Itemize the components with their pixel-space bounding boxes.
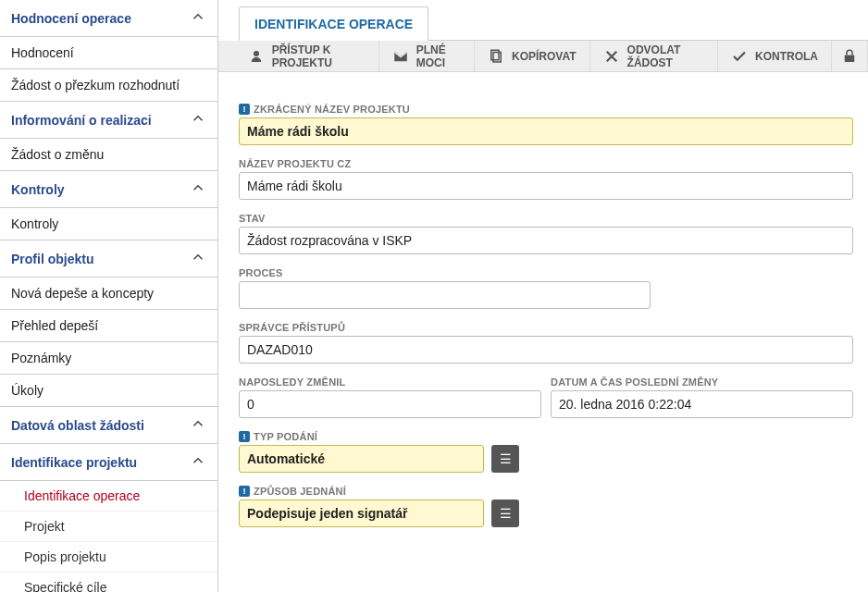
sidebar-sub-popis-projektu[interactable]: Popis projektu xyxy=(0,542,217,573)
field-acting-mode: ! ZPŮSOB JEDNÁNÍ ☰ xyxy=(239,486,853,527)
field-label: STAV xyxy=(239,213,853,224)
sidebar-group-title: Profil objektu xyxy=(11,252,93,266)
cancel-icon xyxy=(603,48,620,65)
sidebar-group-datova-oblast[interactable]: Datová oblast žádosti xyxy=(0,407,217,444)
tab-strip: IDENTIFIKACE OPERACE xyxy=(239,0,868,41)
acting-mode-input[interactable] xyxy=(239,500,484,527)
sidebar-item-poznamky[interactable]: Poznámky xyxy=(0,342,217,375)
label-text: PROCES xyxy=(239,267,283,278)
label-text: TYP PODÁNÍ xyxy=(254,431,317,442)
label-text: NÁZEV PROJEKTU CZ xyxy=(239,158,351,169)
required-icon: ! xyxy=(239,486,250,497)
toolbar-access-button[interactable]: PŘÍSTUP K PROJEKTU xyxy=(235,41,379,71)
field-label: ! ZPŮSOB JEDNÁNÍ xyxy=(239,486,853,497)
users-icon xyxy=(248,48,265,65)
last-changed-at-input[interactable] xyxy=(551,390,853,418)
sidebar-item-zadost-zmenu[interactable]: Žádost o změnu xyxy=(0,139,217,171)
field-label: PROCES xyxy=(239,267,853,278)
field-label: NAPOSLEDY ZMĚNIL xyxy=(239,376,541,388)
sidebar-item-ukoly[interactable]: Úkoly xyxy=(0,375,217,407)
toolbar-label: KOPÍROVAT xyxy=(512,50,577,63)
toolbar-check-button[interactable]: KONTROLA xyxy=(718,41,832,71)
required-icon: ! xyxy=(239,431,250,442)
sidebar-item-hodnoceni[interactable]: Hodnocení xyxy=(0,37,217,69)
sidebar-group-hodnoceni-operace[interactable]: Hodnocení operace xyxy=(0,0,217,37)
field-label: NÁZEV PROJEKTU CZ xyxy=(239,158,853,169)
copy-icon xyxy=(488,48,504,65)
label-text: NAPOSLEDY ZMĚNIL xyxy=(239,376,345,388)
sidebar-group-title: Datová oblast žádosti xyxy=(11,418,144,433)
toolbar-power-button[interactable]: PLNÉ MOCI xyxy=(379,41,475,71)
toolbar-revoke-button[interactable]: ODVOLAT ŽÁDOST xyxy=(590,41,718,71)
submit-type-picker-button[interactable]: ☰ xyxy=(491,445,519,473)
field-last-changed-by: NAPOSLEDY ZMĚNIL xyxy=(239,376,541,418)
field-short-name: ! ZKRÁCENÝ NÁZEV PROJEKTU xyxy=(239,104,853,145)
toolbar-label: PLNÉ MOCI xyxy=(416,43,461,69)
label-text: STAV xyxy=(239,213,266,224)
field-state: STAV xyxy=(239,213,853,254)
field-process: PROCES xyxy=(239,267,853,309)
last-changed-by-input[interactable] xyxy=(239,390,541,418)
sidebar-group-profil-objektu[interactable]: Profil objektu xyxy=(0,240,217,278)
field-name-cz: NÁZEV PROJEKTU CZ xyxy=(239,158,853,200)
state-input[interactable] xyxy=(239,227,853,254)
sidebar: Hodnocení operace Hodnocení Žádost o pře… xyxy=(0,0,218,592)
main-panel: IDENTIFIKACE OPERACE PŘÍSTUP K PROJEKTU … xyxy=(218,0,868,592)
chevron-up-icon xyxy=(190,452,206,472)
chevron-up-icon xyxy=(190,179,206,199)
tab-identifikace-operace[interactable]: IDENTIFIKACE OPERACE xyxy=(239,6,428,41)
label-text: DATUM A ČAS POSLEDNÍ ZMĚNY xyxy=(551,376,718,388)
toolbar-lock-button[interactable] xyxy=(832,41,868,71)
field-label: DATUM A ČAS POSLEDNÍ ZMĚNY xyxy=(551,376,853,388)
sidebar-group-title: Identifikace projektu xyxy=(11,455,137,470)
list-icon: ☰ xyxy=(500,451,512,466)
admin-input[interactable] xyxy=(239,336,853,364)
field-label: SPRÁVCE PŘÍSTUPŮ xyxy=(239,322,853,333)
sidebar-sub-identifikace-operace[interactable]: Identifikace operace xyxy=(0,481,217,512)
required-icon: ! xyxy=(239,104,250,115)
sidebar-sub-specificke-cile[interactable]: Specifické cíle xyxy=(0,573,217,592)
chevron-up-icon xyxy=(190,110,206,130)
field-label: ! ZKRÁCENÝ NÁZEV PROJEKTU xyxy=(239,104,853,115)
toolbar-label: KONTROLA xyxy=(755,50,818,63)
sidebar-group-title: Kontroly xyxy=(11,182,65,197)
field-admin: SPRÁVCE PŘÍSTUPŮ xyxy=(239,322,853,364)
lock-icon xyxy=(841,48,858,65)
name-cz-input[interactable] xyxy=(239,172,853,200)
toolbar-label: ODVOLAT ŽÁDOST xyxy=(627,43,704,69)
mail-icon xyxy=(392,48,409,65)
chevron-up-icon xyxy=(190,415,206,435)
check-icon xyxy=(731,48,748,65)
field-label: ! TYP PODÁNÍ xyxy=(239,431,853,442)
sidebar-item-zadost-prezkum[interactable]: Žádost o přezkum rozhodnutí xyxy=(0,69,217,102)
sidebar-group-informovani[interactable]: Informování o realizaci xyxy=(0,102,217,139)
label-text: SPRÁVCE PŘÍSTUPŮ xyxy=(239,322,345,333)
sidebar-group-kontroly[interactable]: Kontroly xyxy=(0,171,217,208)
list-icon: ☰ xyxy=(500,506,512,521)
process-input[interactable] xyxy=(239,281,651,309)
acting-mode-picker-button[interactable]: ☰ xyxy=(491,500,519,527)
submit-type-input[interactable] xyxy=(239,445,484,473)
toolbar: PŘÍSTUP K PROJEKTU PLNÉ MOCI KOPÍROVAT O… xyxy=(218,41,868,72)
sidebar-item-nova-depese[interactable]: Nová depeše a koncepty xyxy=(0,278,217,310)
sidebar-group-title: Hodnocení operace xyxy=(11,11,131,26)
label-text: ZKRÁCENÝ NÁZEV PROJEKTU xyxy=(254,104,410,115)
chevron-up-icon xyxy=(190,8,206,28)
field-submit-type: ! TYP PODÁNÍ ☰ xyxy=(239,431,853,473)
label-text: ZPŮSOB JEDNÁNÍ xyxy=(254,486,346,497)
toolbar-copy-button[interactable]: KOPÍROVAT xyxy=(475,41,590,71)
svg-rect-2 xyxy=(845,55,855,62)
sidebar-sub-projekt[interactable]: Projekt xyxy=(0,512,217,542)
short-name-input[interactable] xyxy=(239,117,853,145)
sidebar-item-kontroly[interactable]: Kontroly xyxy=(0,208,217,240)
chevron-up-icon xyxy=(190,249,206,268)
field-last-changed-at: DATUM A ČAS POSLEDNÍ ZMĚNY xyxy=(551,376,853,418)
form-area: ! ZKRÁCENÝ NÁZEV PROJEKTU NÁZEV PROJEKTU… xyxy=(239,72,868,542)
sidebar-item-prehled-depesi[interactable]: Přehled depeší xyxy=(0,310,217,342)
toolbar-label: PŘÍSTUP K PROJEKTU xyxy=(272,43,366,69)
sidebar-group-title: Informování o realizaci xyxy=(11,113,152,128)
sidebar-group-identifikace-projektu[interactable]: Identifikace projektu xyxy=(0,444,217,481)
